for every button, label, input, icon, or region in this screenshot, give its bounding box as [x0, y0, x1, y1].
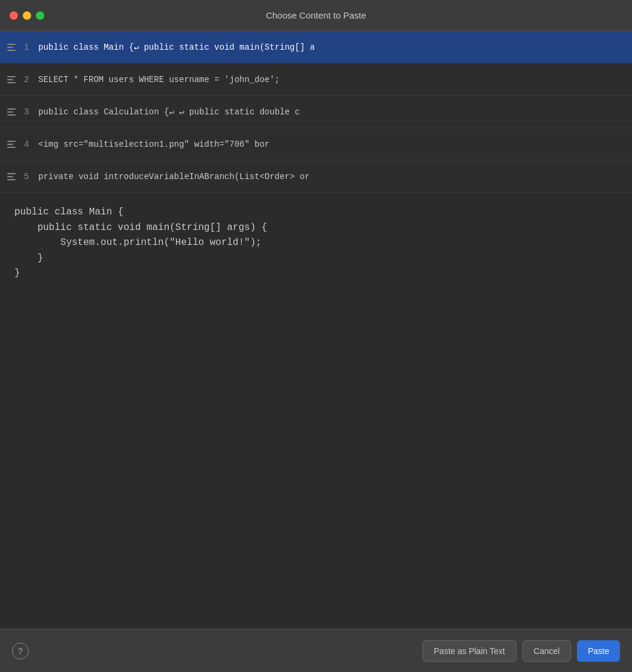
item-number: 4: [24, 140, 38, 149]
item-number: 1: [24, 43, 38, 52]
bottom-bar: ? Paste as Plain Text Cancel Paste: [0, 629, 632, 672]
title-bar: Choose Content to Paste: [0, 0, 632, 31]
maximize-button[interactable]: [36, 11, 44, 20]
close-button[interactable]: [10, 11, 18, 20]
item-icon: [7, 108, 24, 116]
lines-icon: [7, 141, 16, 148]
lines-icon: [7, 108, 16, 116]
item-icon: [7, 173, 24, 180]
lines-icon: [7, 76, 16, 83]
item-number: 5: [24, 172, 38, 181]
preview-code: public class Main { public static void m…: [14, 205, 618, 281]
item-number: 3: [24, 107, 38, 117]
item-icon: [7, 76, 24, 83]
item-content: public class Main {↵ public static void …: [38, 42, 625, 52]
preview-area: public class Main { public static void m…: [0, 193, 632, 629]
paste-button[interactable]: Paste: [577, 640, 620, 662]
traffic-lights: [10, 11, 44, 20]
item-icon: [7, 44, 24, 51]
item-content: public class Calculation {↵ ↵ public sta…: [38, 107, 625, 117]
lines-icon: [7, 44, 16, 51]
minimize-button[interactable]: [23, 11, 31, 20]
clipboard-list: 1 public class Main {↵ public static voi…: [0, 31, 632, 193]
item-icon: [7, 141, 24, 148]
paste-as-plain-text-button[interactable]: Paste as Plain Text: [423, 640, 516, 662]
lines-icon: [7, 173, 16, 180]
cancel-button[interactable]: Cancel: [522, 640, 572, 662]
item-content: private void introduceVariableInABranch(…: [38, 172, 625, 181]
item-content: <img src="multiselection1.png" width="70…: [38, 140, 625, 149]
dialog-title: Choose Content to Paste: [266, 10, 366, 20]
list-item[interactable]: 1 public class Main {↵ public static voi…: [0, 31, 632, 63]
list-item[interactable]: 3 public class Calculation {↵ ↵ public s…: [0, 96, 632, 128]
list-item[interactable]: 5 private void introduceVariableInABranc…: [0, 161, 632, 193]
action-buttons: Paste as Plain Text Cancel Paste: [423, 640, 620, 662]
list-item[interactable]: 4 <img src="multiselection1.png" width="…: [0, 128, 632, 161]
help-button[interactable]: ?: [12, 643, 29, 659]
list-item[interactable]: 2 SELECT * FROM users WHERE username = '…: [0, 63, 632, 96]
item-number: 2: [24, 75, 38, 84]
item-content: SELECT * FROM users WHERE username = 'jo…: [38, 75, 625, 84]
